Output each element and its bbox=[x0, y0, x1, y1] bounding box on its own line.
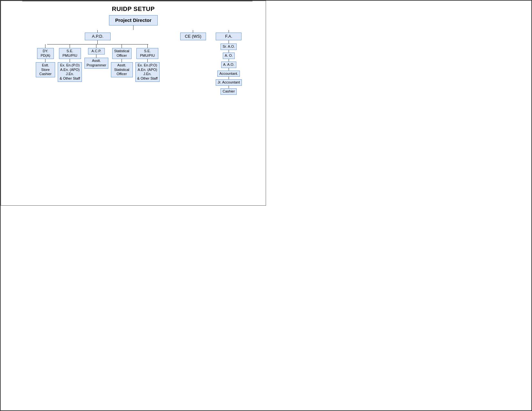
fa-wrap: F.A. Sr. A.O. A. O. A. A.O. Accountant. bbox=[216, 33, 242, 95]
acp-branch: A.C.P. Asstt.Programmer bbox=[83, 44, 109, 68]
asstt-stat-officer-node: Asstt.StatisticalOfficer bbox=[111, 62, 133, 77]
main-grid: RUIDP SETUP Project Director A.P.D. bbox=[0, 0, 532, 411]
apd-children-row: DY.PD(A) Estt.StoreCashier S.E.PMU/PIU bbox=[34, 44, 161, 82]
apd-node: A.P.D. bbox=[85, 33, 111, 41]
se-staff-1-node: Ex. En.(P.O)A.En. (APO)J.En.& Other Staf… bbox=[58, 62, 82, 82]
q1-title: RUIDP SETUP bbox=[4, 5, 262, 13]
sr-ao-node: Sr. A.O. bbox=[221, 44, 237, 50]
q1-ruidp-setup: RUIDP SETUP Project Director A.P.D. bbox=[1, 1, 266, 206]
ce-ws-node: CE (WS) bbox=[180, 33, 206, 41]
dy-pda-node: DY.PD(A) bbox=[37, 48, 54, 59]
apd-h-connector bbox=[47, 44, 148, 44]
apd-wrap: A.P.D. DY.PD(A) E bbox=[34, 33, 161, 82]
fa-node: F.A. bbox=[216, 33, 241, 41]
q1-level1-wrap: Project Director A.P.D. bbox=[4, 15, 262, 95]
ao-node: A. O. bbox=[223, 53, 235, 59]
q1-apd-branch: A.P.D. DY.PD(A) E bbox=[22, 30, 174, 95]
estt-store-cashier-node: Estt.StoreCashier bbox=[36, 62, 55, 77]
q1-level2-hbar: A.P.D. DY.PD(A) E bbox=[22, 30, 245, 95]
se-pmu-piu-1-branch: S.E.PMU/PIU Ex. En.(P.O)A.En. (APO)J.En.… bbox=[56, 44, 83, 82]
se-pmu-piu-2-branch: S.E.PMU/PIU Ex. En.(P.O)A.En. (APO)J.En.… bbox=[134, 44, 161, 82]
aao-node: A. A.O. bbox=[221, 62, 236, 68]
cashier-node: Cashier bbox=[221, 88, 237, 95]
acp-node: A.C.P. bbox=[88, 48, 105, 54]
asstt-programmer-node: Asstt.Programmer bbox=[84, 58, 108, 69]
stat-off-branch: StatisticalOfficer Asstt.StatisticalOffi… bbox=[110, 44, 134, 77]
se-staff-2-node: Ex. En.(P.O)A.En. (APO)J.En.& Other Staf… bbox=[135, 62, 160, 82]
accountant-node: Accountant. bbox=[217, 71, 240, 77]
q1-chart: Project Director A.P.D. bbox=[4, 15, 262, 95]
fa-branch: F.A. Sr. A.O. A. O. A. A.O. Accountant. bbox=[212, 30, 245, 95]
dy-pda-branch: DY.PD(A) Estt.StoreCashier bbox=[34, 44, 56, 77]
ce-ws-branch: CE (WS) bbox=[174, 30, 212, 95]
stat-officer-node: StatisticalOfficer bbox=[112, 48, 132, 59]
q1-top-hbar bbox=[22, 1, 252, 1]
se-pmu-piu-2-node: S.E.PMU/PIU bbox=[136, 48, 158, 59]
jr-accountant-node: Jr. Accountant bbox=[216, 79, 242, 86]
project-director-node: Project Director bbox=[109, 15, 158, 25]
apd-hbar-wrap: DY.PD(A) Estt.StoreCashier S.E.PMU/PIU bbox=[34, 44, 161, 82]
ce-ws-wrap: CE (WS) bbox=[180, 33, 206, 41]
se-pmu-piu-1-node: S.E.PMU/PIU bbox=[59, 48, 81, 59]
